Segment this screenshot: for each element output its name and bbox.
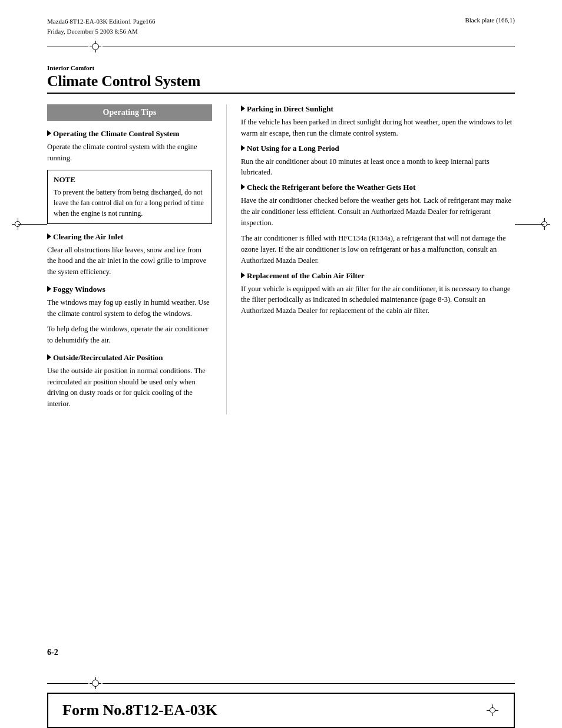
footer-crosshair-center — [485, 703, 500, 717]
foggy-windows-heading-text: Foggy Windows — [53, 285, 105, 294]
section-check-refrigerant-heading: Check the Refrigerant before the Weather… — [241, 183, 515, 192]
section-cabin-air-filter-heading: Replacement of the Cabin Air Filter — [241, 271, 515, 281]
header-rule — [0, 39, 562, 54]
left-column: Operating Tips Operating the Climate Con… — [47, 104, 212, 414]
page-number: 6-2 — [47, 648, 58, 657]
clearing-air-heading-text: Clearing the Air Inlet — [53, 232, 123, 242]
outside-recirculated-body: Use the outside air position in normal c… — [47, 365, 212, 410]
triangle-icon-8 — [241, 272, 245, 278]
triangle-icon-5 — [241, 106, 245, 111]
file-info-line2: Friday, December 5 2003 8:56 AM — [47, 27, 156, 37]
operating-tips-label: Operating Tips — [103, 108, 157, 117]
triangle-icon-4 — [47, 354, 51, 360]
outside-recirculated-heading-text: Outside/Recirculated Air Position — [53, 353, 163, 363]
column-divider — [226, 104, 227, 414]
footer-form-number: Form No.8T12-EA-03K — [62, 701, 217, 719]
triangle-icon-3 — [47, 286, 51, 292]
section-label: Interior Comfort — [0, 54, 562, 71]
not-using-heading-text: Not Using for a Long Period — [247, 144, 339, 153]
section-operating-climate-heading: Operating the Climate Control System — [47, 129, 212, 139]
parking-sunlight-body: If the vehicle has been parked in direct… — [241, 117, 515, 139]
header-file-info: Mazda6 8T12-EA-03K Edition1 Page166 Frid… — [47, 17, 156, 36]
clearing-air-body: Clear all obstructions like leaves, snow… — [47, 245, 212, 278]
header-line-right — [103, 47, 515, 47]
file-info-line1: Mazda6 8T12-EA-03K Edition1 Page166 — [47, 17, 156, 27]
cabin-air-filter-heading-text: Replacement of the Cabin Air Filter — [247, 271, 364, 281]
operating-tips-box: Operating Tips — [47, 104, 212, 121]
cabin-air-filter-body: If your vehicle is equipped with an air … — [241, 284, 515, 317]
footer-rule — [0, 676, 562, 690]
operating-climate-body: Operate the climate control system with … — [47, 141, 212, 164]
page-footer: Form No.8T12-EA-03K — [0, 676, 562, 728]
footer-crosshair-top — [88, 676, 103, 690]
check-refrigerant-body1: Have the air conditioner checked before … — [241, 195, 515, 228]
section-parking-sunlight-heading: Parking in Direct Sunlight — [241, 104, 515, 114]
note-text: To prevent the battery from being discha… — [54, 187, 206, 219]
right-column: Parking in Direct Sunlight If the vehicl… — [241, 104, 515, 414]
note-box: NOTE To prevent the battery from being d… — [47, 170, 212, 224]
section-title: Climate Control System — [0, 71, 562, 90]
main-content: Operating Tips Operating the Climate Con… — [0, 94, 562, 414]
triangle-icon-1 — [47, 130, 51, 136]
page-header: Mazda6 8T12-EA-03K Edition1 Page166 Frid… — [0, 0, 562, 36]
check-refrigerant-body2: The air conditioner is filled with HFC13… — [241, 233, 515, 266]
triangle-icon-2 — [47, 233, 51, 239]
page: Mazda6 8T12-EA-03K Edition1 Page166 Frid… — [0, 0, 562, 728]
section-not-using-heading: Not Using for a Long Period — [241, 144, 515, 153]
footer-line-left — [47, 683, 88, 684]
header-line-left — [47, 47, 88, 47]
header-plate-info: Black plate (166,1) — [465, 17, 515, 24]
foggy-windows-body1: The windows may fog up easily in humid w… — [47, 297, 212, 319]
triangle-icon-7 — [241, 184, 245, 190]
section-foggy-windows-heading: Foggy Windows — [47, 285, 212, 294]
parking-sunlight-heading-text: Parking in Direct Sunlight — [247, 104, 333, 114]
footer-line-right — [103, 683, 515, 684]
footer-box: Form No.8T12-EA-03K — [47, 693, 515, 728]
header-crosshair — [88, 39, 103, 54]
foggy-windows-body2: To help defog the windows, operate the a… — [47, 324, 212, 346]
check-refrigerant-heading-text: Check the Refrigerant before the Weather… — [247, 183, 415, 192]
operating-climate-heading-text: Operating the Climate Control System — [53, 129, 179, 139]
not-using-body: Run the air conditioner about 10 minutes… — [241, 156, 515, 179]
section-outside-recirculated-heading: Outside/Recirculated Air Position — [47, 353, 212, 363]
note-label: NOTE — [54, 175, 206, 185]
section-clearing-air-heading: Clearing the Air Inlet — [47, 232, 212, 242]
triangle-icon-6 — [241, 145, 245, 151]
